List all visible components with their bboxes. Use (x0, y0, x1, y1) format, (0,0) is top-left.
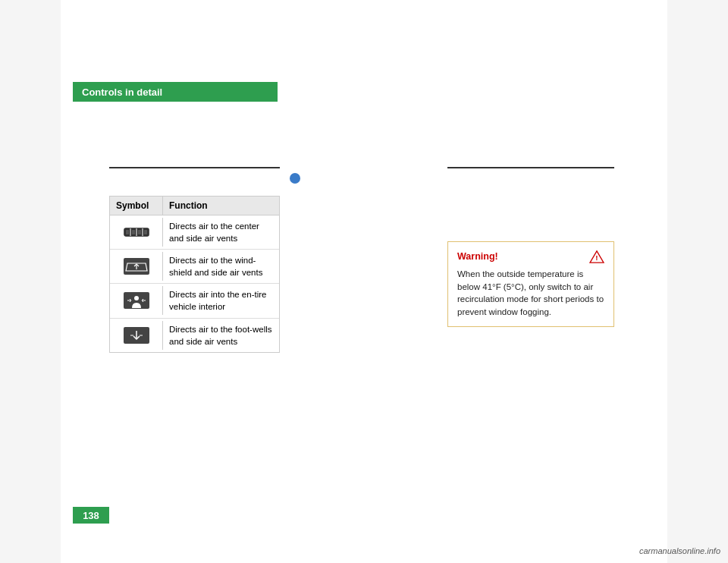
warning-text: When the outside temperature is below 41… (457, 268, 604, 319)
header-title: Controls in detail (82, 86, 162, 98)
divider-right (447, 167, 614, 168)
table-row: Directs air to the foot-wells and side a… (110, 319, 279, 352)
svg-rect-8 (126, 230, 129, 234)
header-bar: Controls in detail (73, 82, 278, 102)
table-row: Directs air to the wind-shield and side … (110, 250, 279, 284)
table-header: Symbol Function (110, 197, 279, 215)
svg-text:!: ! (595, 253, 598, 262)
footwell-icon (123, 326, 150, 344)
symbol-interior (110, 286, 163, 315)
table-row: Directs air to the center and side air v… (110, 215, 279, 250)
svg-point-15 (134, 296, 139, 300)
symbol-function-table: Symbol Function Directs air to the cente… (109, 196, 280, 353)
svg-rect-9 (132, 230, 135, 234)
warning-header: Warning! ! (457, 250, 604, 263)
warning-title: Warning! (457, 251, 498, 262)
center-vents-icon (123, 225, 150, 240)
symbol-windshield (110, 252, 163, 281)
footer-logo: carmanualsonline.info (639, 546, 720, 555)
interior-icon (123, 291, 150, 310)
col-function-header: Function (163, 197, 279, 215)
svg-rect-11 (144, 230, 147, 234)
table-row: Directs air into the en-tire vehicle int… (110, 284, 279, 318)
divider-left (109, 167, 280, 168)
svg-rect-10 (138, 230, 141, 234)
symbol-footwell (110, 321, 163, 350)
function-windshield: Directs air to the wind-shield and side … (163, 250, 279, 283)
function-interior: Directs air into the en-tire vehicle int… (163, 284, 279, 317)
col-symbol-header: Symbol (110, 197, 163, 215)
function-center-vents: Directs air to the center and side air v… (163, 215, 279, 249)
windshield-icon (123, 257, 150, 275)
symbol-center-vents (110, 218, 163, 247)
function-footwell: Directs air to the foot-wells and side a… (163, 319, 279, 352)
blue-dot-indicator (290, 173, 300, 184)
warning-box: Warning! ! When the outside temperature … (447, 241, 614, 327)
page-number: 138 (73, 507, 109, 524)
warning-triangle-icon: ! (589, 250, 604, 263)
